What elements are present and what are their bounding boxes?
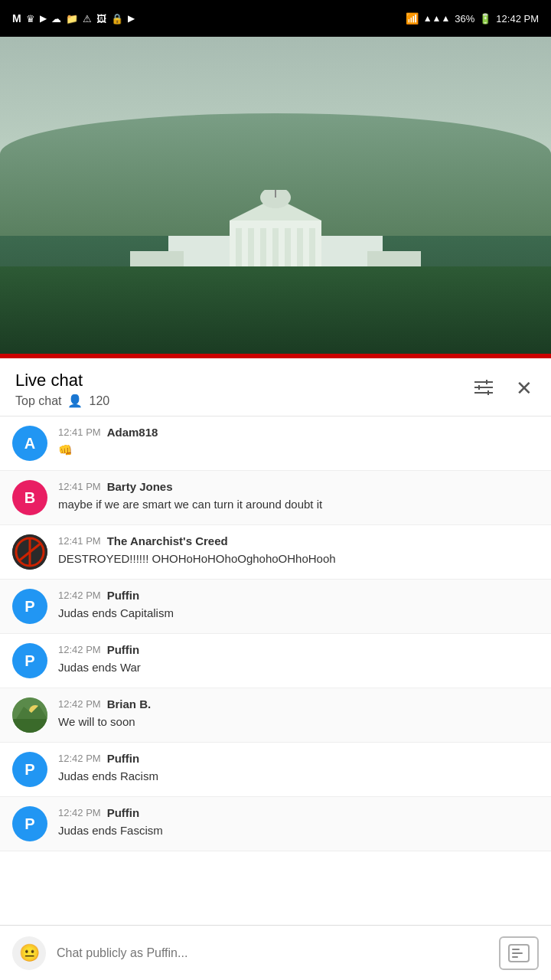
svg-rect-31 [512, 949, 520, 950]
chat-title: Live chat [15, 371, 109, 390]
message-content: 12:42 PM Puffin Judas ends Capitalism [58, 589, 539, 621]
avatar [12, 697, 47, 733]
brian-avatar-icon [12, 697, 47, 733]
message-text: Judas ends Fascism [58, 822, 539, 838]
chat-messages-list: A 12:41 PM Adam818 👊 B 12:41 PM Barty Jo… [0, 416, 551, 851]
avatar: A [12, 426, 47, 461]
message-content: 12:42 PM Brian B. We will to soon [58, 697, 539, 730]
send-button[interactable] [499, 936, 539, 970]
crown-icon: ♛ [26, 13, 35, 24]
status-bar-left: M ♛ ▶ ☁ 📁 ⚠ 🖼 🔒 ▶ [12, 12, 135, 24]
avatar: P [12, 752, 47, 787]
svg-rect-32 [512, 952, 523, 954]
message-author: Barty Jones [107, 480, 173, 493]
message-meta: 12:42 PM Brian B. [58, 697, 539, 710]
chat-header-actions: ✕ [470, 374, 536, 403]
chat-section: Live chat Top chat 👤 120 ✕ [0, 358, 551, 906]
lock-icon: 🔒 [111, 13, 123, 24]
folder-icon: 📁 [66, 13, 78, 24]
message-text: Judas ends War [58, 659, 539, 675]
m-icon: M [12, 12, 21, 24]
video-progress-bar[interactable] [0, 354, 551, 358]
viewer-count: 120 [89, 394, 109, 408]
message-meta: 12:41 PM Barty Jones [58, 480, 539, 493]
cloud-icon: ☁ [51, 13, 61, 24]
message-meta: 12:41 PM The Anarchist's Creed [58, 534, 539, 547]
message-author: Puffin [107, 589, 140, 602]
list-item: B 12:41 PM Barty Jones maybe if we are s… [0, 471, 551, 525]
message-meta: 12:41 PM Adam818 [58, 426, 539, 439]
chat-input-field[interactable] [57, 936, 488, 970]
message-meta: 12:42 PM Puffin [58, 806, 539, 819]
play-icon: ▶ [128, 13, 135, 24]
alert-icon: ⚠ [83, 13, 92, 24]
message-content: 12:41 PM The Anarchist's Creed DESTROYED… [58, 534, 539, 567]
list-item: A 12:41 PM Adam818 👊 [0, 416, 551, 471]
message-time: 12:42 PM [58, 590, 101, 601]
message-meta: 12:42 PM Puffin [58, 643, 539, 656]
emoji-button[interactable]: 😐 [12, 936, 46, 970]
list-item: 12:41 PM The Anarchist's Creed DESTROYED… [0, 525, 551, 580]
chat-subtitle: Top chat 👤 120 [15, 394, 109, 408]
message-text: 👊 [58, 442, 539, 458]
filter-icon [473, 379, 494, 396]
list-item: P 12:42 PM Puffin Judas ends Racism [0, 743, 551, 797]
message-author: The Anarchist's Creed [107, 534, 228, 547]
wifi-icon: 📶 [406, 12, 419, 24]
svg-rect-33 [512, 956, 518, 958]
youtube-icon: ▶ [40, 13, 47, 24]
message-text: Judas ends Capitalism [58, 605, 539, 621]
list-item: P 12:42 PM Puffin Judas ends Fascism [0, 797, 551, 851]
avatar: P [12, 589, 47, 624]
message-author: Puffin [107, 643, 140, 656]
status-bar-right: 📶 ▲▲▲ 36% 🔋 12:42 PM [406, 12, 539, 24]
message-time: 12:42 PM [58, 807, 101, 818]
anarchist-avatar-icon [12, 534, 47, 570]
message-time: 12:42 PM [58, 753, 101, 764]
battery-icon: 🔋 [479, 13, 491, 24]
filter-button[interactable] [470, 376, 497, 401]
chat-header: Live chat Top chat 👤 120 ✕ [0, 358, 551, 416]
message-time: 12:41 PM [58, 535, 101, 547]
message-text: maybe if we are smart we can turn it aro… [58, 496, 539, 512]
list-item: P 12:42 PM Puffin Judas ends Capitalism [0, 580, 551, 634]
message-author: Puffin [107, 752, 140, 765]
message-author: Puffin [107, 806, 140, 819]
message-content: 12:42 PM Puffin Judas ends Racism [58, 752, 539, 784]
message-text: Judas ends Racism [58, 768, 539, 784]
avatar [12, 534, 47, 570]
emoji-icon: 😐 [19, 943, 40, 963]
message-meta: 12:42 PM Puffin [58, 752, 539, 765]
message-meta: 12:42 PM Puffin [58, 589, 539, 602]
message-content: 12:42 PM Puffin Judas ends Fascism [58, 806, 539, 838]
photo-icon: 🖼 [96, 13, 106, 24]
send-icon [508, 944, 530, 962]
message-time: 12:42 PM [58, 644, 101, 655]
message-time: 12:41 PM [58, 426, 101, 438]
time-display: 12:42 PM [496, 13, 539, 24]
avatar: B [12, 480, 47, 515]
video-player[interactable] [0, 37, 551, 358]
signal-icon: ▲▲▲ [423, 13, 451, 24]
list-item: 12:42 PM Brian B. We will to soon [0, 688, 551, 743]
message-text: We will to soon [58, 714, 539, 730]
message-text: DESTROYED!!!!!! OHOHoHoHOhoOghohoOHhoHoo… [58, 550, 539, 567]
top-chat-label: Top chat [15, 394, 61, 408]
people-icon: 👤 [67, 394, 83, 408]
message-author: Brian B. [107, 697, 152, 710]
message-time: 12:41 PM [58, 481, 101, 492]
status-bar: M ♛ ▶ ☁ 📁 ⚠ 🖼 🔒 ▶ 📶 ▲▲▲ 36% 🔋 12:42 PM [0, 0, 551, 37]
message-content: 12:42 PM Puffin Judas ends War [58, 643, 539, 675]
battery-level: 36% [455, 13, 474, 24]
list-item: P 12:42 PM Puffin Judas ends War [0, 634, 551, 688]
chat-header-info: Live chat Top chat 👤 120 [15, 371, 109, 408]
message-content: 12:41 PM Barty Jones maybe if we are sma… [58, 480, 539, 512]
svg-rect-27 [12, 719, 47, 733]
avatar: P [12, 806, 47, 841]
avatar: P [12, 643, 47, 678]
message-time: 12:42 PM [58, 698, 101, 710]
chat-input-bar: 😐 [0, 925, 551, 980]
message-author: Adam818 [107, 426, 158, 439]
close-button[interactable]: ✕ [513, 374, 536, 403]
message-content: 12:41 PM Adam818 👊 [58, 426, 539, 458]
